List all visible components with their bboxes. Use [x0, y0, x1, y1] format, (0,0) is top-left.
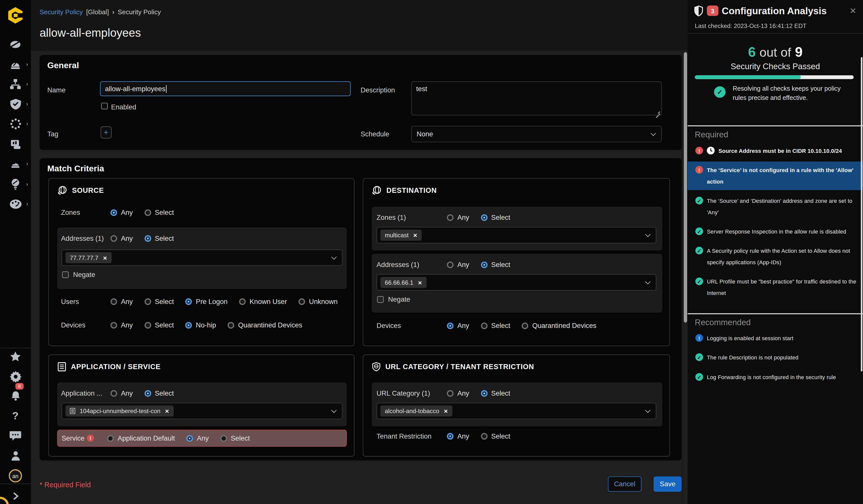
- resize-handle-icon[interactable]: [656, 109, 660, 114]
- radio-any[interactable]: [186, 435, 193, 441]
- sidebar-item-insights[interactable]: ›: [0, 175, 31, 193]
- main-scrollbar[interactable]: [683, 0, 688, 504]
- radio-any[interactable]: [447, 323, 453, 329]
- chevron-right-icon: ›: [26, 201, 28, 207]
- radio-select[interactable]: [145, 209, 151, 216]
- name-input[interactable]: allow-all-employees: [100, 81, 351, 96]
- schedule-select[interactable]: None: [411, 126, 662, 142]
- negate-checkbox[interactable]: [62, 272, 69, 278]
- remove-chip-icon[interactable]: ✕: [418, 279, 422, 286]
- destination-addresses-dropdown[interactable]: 66.66.66.1✕: [376, 274, 656, 291]
- sidebar-item-reports[interactable]: [0, 135, 31, 153]
- radio-any[interactable]: [447, 214, 453, 221]
- remove-chip-icon[interactable]: ✕: [413, 232, 417, 238]
- chevron-down-icon: [645, 232, 651, 237]
- chevron-right-icon: ›: [26, 121, 28, 127]
- sidebar-item-chat[interactable]: [0, 426, 31, 445]
- radio-select[interactable]: [481, 433, 487, 440]
- radio-select[interactable]: [220, 435, 227, 441]
- url-category-dropdown[interactable]: alcohol-and-tobacco✕: [376, 403, 656, 419]
- sidebar-item-favorites[interactable]: [0, 347, 31, 366]
- check-item[interactable]: ✓ URL Profile must be "best practice" fo…: [688, 276, 863, 299]
- source-addresses-dropdown[interactable]: 77.77.77.7✕: [61, 250, 342, 266]
- check-item[interactable]: ✓ The ‘Source’ and ‘Destination’ address…: [688, 195, 863, 218]
- radio-select[interactable]: [145, 299, 151, 305]
- remove-chip-icon[interactable]: ✕: [103, 255, 107, 261]
- scrollbar-thumb[interactable]: [684, 52, 687, 323]
- radio-quarantined[interactable]: [522, 323, 528, 329]
- description-textarea[interactable]: test: [411, 81, 662, 115]
- panel-scrollbar-thumb[interactable]: [861, 57, 863, 371]
- radio-any[interactable]: [447, 433, 453, 440]
- source-negate-row: Negate: [62, 271, 96, 279]
- radio-application-default[interactable]: [107, 435, 114, 441]
- radio-select[interactable]: [481, 262, 487, 268]
- sidebar-item-dashboard[interactable]: [0, 35, 31, 54]
- destination-zones-dropdown[interactable]: multicast✕: [376, 227, 656, 243]
- radio-any[interactable]: [110, 390, 117, 396]
- check-item-selected[interactable]: ! The ‘Service’ is not configured in a r…: [688, 162, 863, 190]
- destination-zones-group: Zones (1) Any Select multicast✕: [372, 206, 662, 251]
- source-panel: SOURCE Zones Any Select Addresses (1) An…: [49, 178, 354, 346]
- check-item[interactable]: ✓ Server Response Inspection in the allo…: [688, 226, 863, 237]
- clock-icon: [707, 147, 715, 154]
- cancel-button[interactable]: Cancel: [608, 476, 641, 492]
- radio-pre-logon[interactable]: [185, 299, 192, 305]
- sidebar-divider: [0, 483, 31, 484]
- remove-chip-icon[interactable]: ✕: [165, 408, 169, 414]
- radio-unknown[interactable]: [299, 299, 305, 305]
- radio-any[interactable]: [110, 209, 117, 216]
- sidebar-item-user[interactable]: [0, 446, 31, 465]
- application-dropdown[interactable]: 104apci-unnumbered-test-con✕: [61, 403, 342, 419]
- check-item[interactable]: ! Source Address must be in CIDR 10.10.1…: [688, 145, 863, 156]
- sidebar-item-monitor[interactable]: ›: [0, 194, 31, 213]
- check-icon: ✓: [714, 86, 726, 98]
- progress-fill: [695, 75, 801, 79]
- radio-select[interactable]: [481, 390, 487, 396]
- user-avatar[interactable]: an: [0, 467, 31, 485]
- sidebar-item-incidents[interactable]: ›: [0, 154, 31, 173]
- radio-any[interactable]: [110, 235, 117, 242]
- sidebar-item-notifications[interactable]: 6: [0, 386, 31, 405]
- sidebar-item-workflows[interactable]: ›: [0, 114, 31, 133]
- sidebar-item-network[interactable]: ›: [0, 75, 31, 93]
- radio-known-user[interactable]: [239, 299, 246, 305]
- radio-select[interactable]: [145, 322, 151, 328]
- page-header: Security Policy [Global] › Security Poli…: [31, 0, 683, 50]
- check-item[interactable]: ! Logging is enabled at session start: [688, 332, 863, 344]
- check-item[interactable]: ✓ The rule Description is not populated: [688, 352, 863, 363]
- radio-select[interactable]: [145, 390, 151, 396]
- radio-any[interactable]: [110, 322, 117, 328]
- brand-logo-icon[interactable]: [7, 7, 24, 26]
- notification-badge: 6: [15, 383, 24, 389]
- sidebar-item-settings[interactable]: [0, 367, 31, 386]
- radio-any[interactable]: [110, 299, 117, 305]
- destination-header: DESTINATION: [372, 186, 437, 195]
- required-field-note: * Required Field: [39, 481, 91, 489]
- radio-no-hip[interactable]: [185, 322, 192, 328]
- sidebar-item-security[interactable]: ›: [0, 94, 31, 113]
- source-zones-row: Zones Any Select: [61, 206, 185, 218]
- save-button[interactable]: Save: [654, 476, 681, 492]
- radio-select[interactable]: [481, 323, 487, 329]
- sidebar-item-alarms[interactable]: ›: [0, 55, 31, 74]
- score-line: 6 out of 9: [688, 44, 863, 60]
- radio-any[interactable]: [447, 390, 453, 396]
- check-item[interactable]: ✓ Log Forwarding is not configured in th…: [688, 371, 863, 383]
- close-icon[interactable]: ✕: [850, 6, 856, 16]
- chevron-down-icon: [651, 130, 656, 136]
- enabled-checkbox[interactable]: [101, 103, 108, 109]
- breadcrumb-link[interactable]: Security Policy: [39, 8, 83, 16]
- check-item[interactable]: ✓ A Security policy rule with the Action…: [688, 245, 863, 268]
- remove-chip-icon[interactable]: ✕: [444, 408, 448, 414]
- sidebar-item-help[interactable]: ?: [0, 407, 31, 425]
- radio-quarantined[interactable]: [228, 322, 234, 328]
- negate-checkbox[interactable]: [377, 296, 384, 303]
- match-criteria-section: Match Criteria SOURCE Zones Any Select A…: [39, 158, 681, 461]
- radio-any[interactable]: [447, 262, 453, 268]
- check-icon: ✓: [695, 228, 703, 235]
- radio-select[interactable]: [145, 235, 151, 242]
- breadcrumb-chevron-icon: ›: [112, 8, 114, 16]
- radio-select[interactable]: [481, 214, 487, 221]
- add-tag-button[interactable]: +: [101, 126, 112, 138]
